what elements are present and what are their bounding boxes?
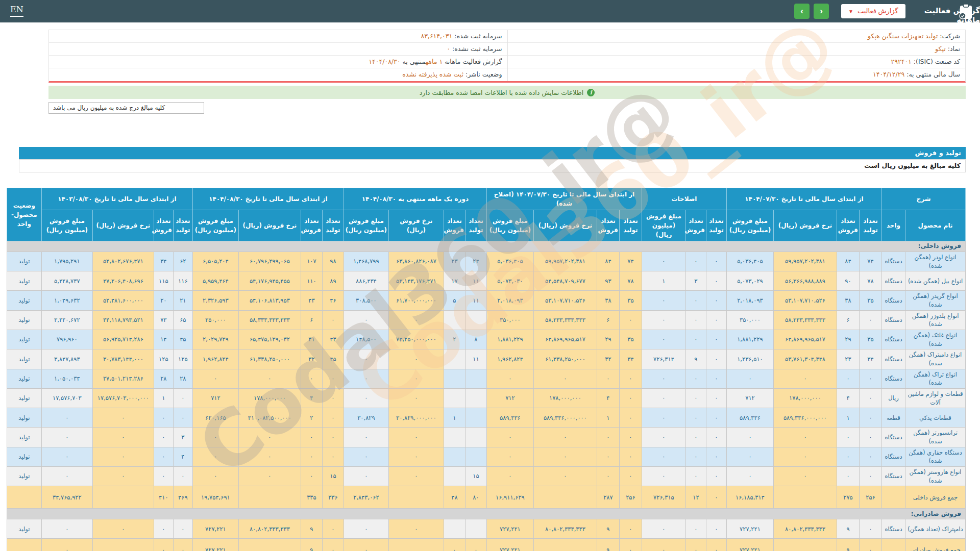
value-cell: ۱۶,۹۱۱,۶۲۹ xyxy=(486,486,533,509)
value-cell: ۰ xyxy=(642,252,685,271)
product-name-cell: انواع گریدر (همگن شده) xyxy=(905,291,966,310)
status-cell xyxy=(7,486,41,509)
column-group-header: از ابتدای سال مالی تا تاریخ ۱۴۰۴/۰۷/۳۰ (… xyxy=(486,188,642,210)
value-cell: ۰ xyxy=(685,447,706,466)
value-cell: ۴ xyxy=(597,389,619,408)
value-cell: ۹ xyxy=(837,539,859,551)
unit-note-box: کلیه مبالغ درج شده به میلیون ریال می باش… xyxy=(48,102,204,114)
value-cell xyxy=(773,539,837,551)
unit-cell: دستگاه xyxy=(881,310,905,330)
value-cell: ۱ xyxy=(597,408,619,428)
value-cell: ۳,۲۲۰,۶۷۲ xyxy=(41,310,92,330)
value-cell: ۸۹ xyxy=(322,271,344,291)
column-header: نرخ فروش (ریال) xyxy=(773,210,837,241)
value-cell: ۰ xyxy=(41,467,92,486)
value-cell: ۸۴ xyxy=(837,252,859,271)
section-row-label: فروش صادراتی: xyxy=(7,509,965,519)
value-cell: ۲۵۶ xyxy=(619,486,642,509)
value-cell: ۴۳ xyxy=(301,291,322,310)
value-cell: ۹۳ xyxy=(597,271,619,291)
unit-cell: دستگاه xyxy=(881,428,905,447)
value-cell: ۰ xyxy=(685,539,706,551)
value-cell: ۱۴۸,۵۰۰ xyxy=(344,330,388,349)
value-cell: ۰ xyxy=(859,447,881,466)
value-cell xyxy=(444,369,465,388)
column-header: مبلغ فروش (میلیون ریال) xyxy=(344,210,388,241)
product-name-cell: انواع بلدوزر (همگن شده) xyxy=(905,310,966,330)
value-cell: ۳۵ xyxy=(859,291,881,310)
value-cell: ۳۰,۸۲۹,۰۰۰,۰۰۰ xyxy=(388,408,444,428)
value-cell: ۰ xyxy=(486,369,533,388)
value-cell: ۵,۰۳۶,۴۰۵ xyxy=(486,252,533,271)
value-cell: ۱۲۵ xyxy=(173,349,192,369)
value-cell: ۰ xyxy=(642,389,685,408)
unit-cell xyxy=(881,486,905,509)
value-cell: ۰ xyxy=(533,369,597,388)
next-report-button[interactable]: › xyxy=(794,4,810,19)
sub-header-row: نام محصولواحدتعداد تولیدتعداد فروشنرخ فر… xyxy=(7,210,965,241)
report-period-date: ۱۴۰۴/۰۸/۳۰ xyxy=(369,58,400,65)
value-cell: ۲ xyxy=(301,408,322,428)
value-cell: ۱,۲۳۶,۵۱۰ xyxy=(726,349,773,369)
column-header: تعداد فروش xyxy=(597,210,619,241)
value-cell: ۱۲۵ xyxy=(154,349,173,369)
report-type-label: گزارش فعالیت xyxy=(857,7,898,15)
product-name-cell: انواع دامپتراک (همگن شده) xyxy=(905,349,966,369)
column-header: نرخ فروش (ریال) xyxy=(238,210,301,241)
value-cell: ۰ xyxy=(388,310,444,330)
value-cell: ۷۱۲ xyxy=(192,389,238,408)
value-cell: ۰ xyxy=(301,369,322,388)
value-cell: ۰ xyxy=(192,428,238,447)
column-header: تعداد فروش xyxy=(301,210,322,241)
value-cell: ۴ xyxy=(837,389,859,408)
value-cell: ۲۴ xyxy=(465,252,486,271)
value-cell: ۳۴ xyxy=(154,252,173,271)
product-row: انواع بیل (همگن شده)دستگاه۷۸۹۰۵۶,۳۶۶,۹۸۸… xyxy=(7,271,965,291)
report-type-dropdown[interactable]: گزارش فعالیت▼ xyxy=(841,4,905,18)
value-cell: ۲۸ xyxy=(173,369,192,388)
value-cell: ۰ xyxy=(92,447,154,466)
value-cell: ۰ xyxy=(706,428,726,447)
value-cell: ۰ xyxy=(773,467,837,486)
value-cell: ۷۱۲ xyxy=(726,389,773,408)
isic-label: کد صنعت (ISIC): xyxy=(914,58,960,65)
value-cell: ۳۰۸,۵۰۰ xyxy=(344,291,388,310)
value-cell: ۰ xyxy=(706,271,726,291)
value-cell: ۰ xyxy=(773,447,837,466)
column-group-header: شرح xyxy=(881,188,965,210)
value-cell xyxy=(465,428,486,447)
status-cell xyxy=(7,539,41,551)
value-cell: ۴ xyxy=(301,389,322,408)
value-cell: ۴۷,۲۰۶,۴۰۸,۶۹۶ xyxy=(92,271,154,291)
value-cell: ۱,۰۵۰,۰۳۴ xyxy=(41,369,92,388)
value-cell: ۰ xyxy=(173,519,192,539)
value-cell: ۳۴ xyxy=(859,349,881,369)
value-cell: ۵۹,۹۵۷,۲۰۲,۳۸۱ xyxy=(533,252,597,271)
section-header: تولید و فروش xyxy=(19,147,966,159)
value-cell: ۱۷,۵۷۶,۷۰۳,۰۰۰,۰۰۰ xyxy=(92,389,154,408)
value-cell: ۱ xyxy=(642,271,685,291)
value-cell: ۵,۴۲۸,۷۳۷ xyxy=(41,271,92,291)
value-cell: ۲۱ xyxy=(173,291,192,310)
value-cell: ۹ xyxy=(685,349,706,369)
value-cell: ۵,۰۳۶,۴۰۵ xyxy=(726,252,773,271)
value-cell: ۰ xyxy=(685,389,706,408)
value-cell: ۰ xyxy=(154,447,173,466)
value-cell: ۶۱,۳۳۸,۲۵۰,۰۰۰ xyxy=(533,349,597,369)
column-header: نام محصول xyxy=(905,210,966,241)
value-cell: ۶ xyxy=(301,310,322,330)
value-cell: ۰ xyxy=(642,428,685,447)
status-cell: تولید xyxy=(7,271,41,291)
value-cell: ۵۴,۱۷۶,۹۴۵,۴۵۵ xyxy=(238,271,301,291)
value-cell: ۰ xyxy=(238,447,301,466)
product-row: انواع لودر (همگن شده)دستگاه۷۴۸۴۵۹,۹۵۷,۲۰… xyxy=(7,252,965,271)
column-header: تعداد تولید xyxy=(619,210,642,241)
value-cell: ۱,۸۸۱,۲۲۹ xyxy=(486,330,533,349)
column-header: نرخ فروش (ریال) xyxy=(533,210,597,241)
language-toggle[interactable]: EN xyxy=(10,5,23,17)
value-cell: ۰ xyxy=(706,539,726,551)
product-name-cell: انواع غلتک (همگن شده) xyxy=(905,330,966,349)
value-cell xyxy=(238,539,301,551)
value-cell: ۹ xyxy=(301,519,322,539)
previous-report-button[interactable]: ‹ xyxy=(814,4,829,19)
